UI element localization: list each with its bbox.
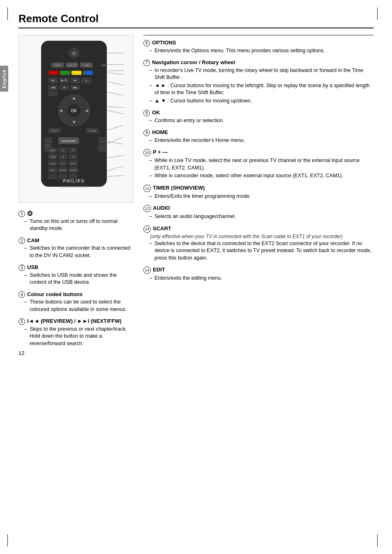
section-7-bullet-1: – ◄ ► : Cursor buttons for moving to the… [149,82,374,97]
section-8-bullet-0: – Confirms an entry or selection. [149,117,374,125]
section-11: 11 TIMER (SHOWVIEW) – Enters/Exits the t… [143,185,374,200]
section-num-4: 4 [18,291,25,298]
svg-line-96 [108,124,123,130]
section-num-13: 13 [143,225,151,233]
section-10-bullet-0: – While in Live TV mode, select the next… [149,157,374,172]
section-13: 13 SCART (only effective when your TV is… [143,225,374,262]
section-num-14: 14 [143,267,151,274]
svg-line-90 [108,92,123,96]
section-num-12: 12 [143,205,151,212]
section-1-bullet: – Turns on this unit or turns off to nor… [24,218,134,232]
svg-text:▶▶: ▶▶ [73,86,78,89]
svg-text:⏮: ⏮ [51,79,55,82]
left-descriptions: 1 ⏻ – Turns on this unit or turns off to… [18,210,134,347]
svg-text:ABC: ABC [50,149,55,152]
svg-line-106 [108,175,123,176]
section-num-10: 10 [143,149,151,156]
section-13-italic: (only effective when your TV is connecte… [150,234,374,239]
svg-text:HDD: HDD [55,64,61,67]
section-14: 14 EDIT – Enters/exits the editing menu. [143,267,374,282]
svg-text:–: – [101,146,104,150]
svg-text:SMART: SMART [69,169,78,172]
section-1-symbol: ⏻ [27,210,32,216]
svg-line-86 [108,73,123,75]
section-3-bullet: – Switches to USB mode and shows the con… [24,272,134,286]
svg-rect-75 [48,174,57,179]
svg-line-100 [108,141,123,145]
section-7-bullet-2: – ▲ ▼ : Cursor buttons for moving up/dow… [149,97,374,105]
svg-text:⏻: ⏻ [72,51,76,56]
section-14-bullet-0: – Enters/exits the editing menu. [149,275,374,282]
svg-line-98 [108,135,123,144]
svg-rect-76 [59,174,67,179]
remote-image-box: ⏻ HDD LIVE TV CAM USB [18,35,134,203]
section-num-6: 6 [143,40,150,46]
section-num-11: 11 [143,185,151,192]
svg-text:HDD & DVD RECORDER: HDD & DVD RECORDER [60,185,88,188]
section-10: 10 P + — – While in Live TV mode, select… [143,149,374,180]
page-title: Remote Control [18,12,374,28]
corner-mark-bl [7,534,15,547]
svg-rect-77 [69,174,77,179]
svg-text:LIVE TV: LIVE TV [67,64,76,67]
section-1: 1 ⏻ – Turns on this unit or turns off to… [18,210,134,232]
svg-text:AVINS: AVINS [59,169,67,172]
svg-text:OK: OK [71,109,78,113]
svg-line-88 [108,82,123,86]
svg-text:1: 1 [62,148,64,152]
svg-text:▼: ▼ [71,119,76,125]
section-num-3: 3 [18,264,25,271]
section-11-bullet-0: – Enters/Exits the timer programming mod… [149,193,374,200]
svg-text:CAM: CAM [83,64,89,67]
svg-text:USB: USB [101,64,106,67]
svg-text:◀◀: ◀◀ [51,86,55,89]
section-9-bullet-0: – Enters/exits the recorder's Home menu. [149,137,374,144]
svg-line-92 [108,107,123,108]
section-6: 6 OPTIONS – Enters/exits the Options men… [143,39,374,54]
svg-text:⏭: ⏭ [74,79,77,82]
svg-text:4: 4 [62,155,64,158]
main-layout: ⏻ HDD LIVE TV CAM USB [18,35,374,352]
svg-text:▶⏸: ▶⏸ [61,79,67,82]
section-2-bullet: – Switches to the camcorder that is conn… [24,245,134,259]
svg-text:5: 5 [72,155,74,158]
svg-text:ARC: ARC [50,169,55,172]
right-column: 6 OPTIONS – Enters/exits the Options men… [143,35,374,352]
svg-text:HOME: HOME [89,130,96,132]
section-10-bullet-1: – While in camcorder mode, select other … [149,172,374,180]
corner-mark-br [377,534,385,547]
section-7: 7 Navigation cursor / Rotary wheel – In … [143,59,374,104]
section-3: 3 USB – Switches to USB mode and shows t… [18,264,134,286]
section-num-7: 7 [143,60,150,66]
section-9: 9 HOME – Enters/exits the recorder's Hom… [143,129,374,144]
svg-text:+: + [101,140,104,144]
section-num-9: 9 [143,130,150,136]
section-12-bullet-0: – Selects an audio language/channel. [149,213,374,220]
section-5-bullet: – Skips to the previous or next chapter/… [24,326,134,348]
remote-control-svg: ⏻ HDD LIVE TV CAM USB [29,39,123,199]
svg-text:◄: ◄ [58,108,63,114]
svg-line-102 [108,155,123,158]
svg-text:SHOWVIEW: SHOWVIEW [62,140,76,142]
svg-text:+: + [47,140,49,144]
top-divider [143,35,374,35]
svg-text:W/C?: W/C? [70,162,77,165]
svg-rect-10 [48,71,58,75]
svg-text:PHILIPS: PHILIPS [63,179,85,183]
section-4: 4 Colour coded buttons – These buttons c… [18,291,134,313]
svg-rect-12 [71,71,81,75]
svg-text:CAM: CAM [49,155,56,158]
section-12: 12 AUDIO – Selects an audio language/cha… [143,205,374,220]
section-7-bullet-0: – In recorder's Live TV mode, turning th… [149,67,374,81]
svg-text:●: ● [85,79,87,82]
svg-text:BACK: BACK [51,130,58,132]
section-num-1: 1 [18,211,25,217]
left-column: ⏻ HDD LIVE TV CAM USB [18,35,134,352]
svg-line-94 [108,111,123,115]
svg-rect-30 [48,91,58,95]
section-8: 8 OK – Confirms an entry or selection. [143,109,374,124]
svg-text:▲: ▲ [71,95,76,101]
svg-text:PAGE: PAGE [49,162,56,165]
section-num-8: 8 [143,110,150,116]
svg-text:TXT: TXT [60,162,65,165]
